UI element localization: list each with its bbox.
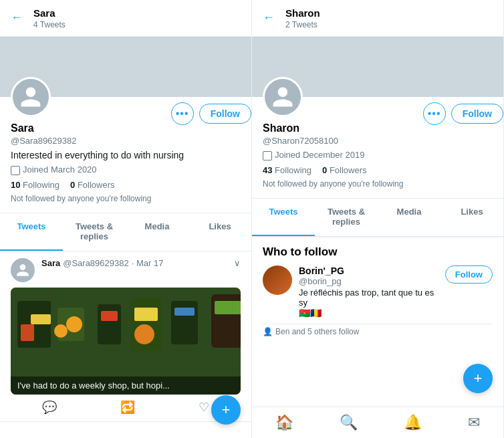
svg-rect-3 bbox=[21, 324, 34, 341]
sara-back-button[interactable]: ← bbox=[11, 11, 23, 25]
sharon-back-button[interactable]: ← bbox=[263, 11, 275, 25]
sharon-profile-actions: ••• Follow bbox=[423, 102, 503, 125]
sharon-joined: Joined December 2019 bbox=[263, 150, 493, 160]
tweet-author-name: Sara bbox=[41, 258, 60, 268]
sara-not-followed: Not followed by anyone you're following bbox=[11, 194, 241, 203]
borin-info: Borin'_PG @borin_pg Je réfléchis pas tro… bbox=[299, 265, 438, 318]
borin-name: Borin'_PG bbox=[299, 265, 438, 276]
tweet-expand-icon[interactable]: ∨ bbox=[234, 258, 241, 268]
sara-profile-section: ••• Follow Sara @Sara89629382 Interested… bbox=[0, 97, 251, 213]
sharon-avatar bbox=[263, 77, 303, 117]
sara-header-title: Sara bbox=[33, 7, 66, 20]
svg-rect-10 bbox=[134, 308, 158, 321]
reply-icon[interactable]: 💬 bbox=[42, 400, 57, 415]
svg-rect-12 bbox=[171, 301, 198, 344]
tweet-date: · Mar 17 bbox=[132, 258, 164, 268]
sara-profile-actions: ••• Follow bbox=[171, 102, 251, 125]
sara-tweet-avatar bbox=[11, 258, 35, 282]
sharon-follow-button[interactable]: Follow bbox=[451, 104, 503, 124]
notifications-nav-icon[interactable]: 🔔 bbox=[404, 414, 422, 431]
tweet-top: Sara @Sara89629382 · Mar 17 ∨ bbox=[11, 258, 241, 282]
sara-more-button[interactable]: ••• bbox=[171, 102, 194, 125]
sharon-tab-tweets[interactable]: Tweets bbox=[252, 199, 315, 236]
ben-follows: 👤 Ben and 5 others follow bbox=[263, 324, 493, 339]
like-icon[interactable]: ♡ bbox=[199, 400, 209, 415]
messages-nav-icon[interactable]: ✉ bbox=[468, 414, 480, 431]
sara-tweet-feed: Sara @Sara89629382 · Mar 17 ∨ bbox=[0, 251, 251, 439]
sharon-tab-media[interactable]: Media bbox=[378, 199, 440, 236]
sara-follow-button[interactable]: Follow bbox=[199, 104, 251, 124]
sara-panel: ← Sara 4 Tweets ••• Follow Sara @Sara896… bbox=[0, 0, 252, 438]
svg-rect-8 bbox=[101, 311, 118, 321]
sharon-calendar-icon bbox=[263, 151, 272, 160]
sharon-header: ← Sharon 2 Tweets bbox=[252, 0, 503, 37]
sara-username: @Sara89629382 bbox=[11, 136, 241, 146]
svg-rect-13 bbox=[174, 308, 195, 316]
sharon-not-followed: Not followed by anyone you're following bbox=[263, 179, 493, 189]
borin-follow-button[interactable]: Follow bbox=[445, 265, 493, 284]
sara-tab-likes[interactable]: Likes bbox=[188, 213, 251, 251]
bottom-navigation: 🏠 🔍 🔔 ✉ bbox=[252, 407, 503, 438]
svg-rect-7 bbox=[98, 304, 121, 344]
svg-point-6 bbox=[54, 324, 68, 338]
calendar-icon bbox=[11, 166, 20, 175]
sara-compose-button[interactable]: + bbox=[211, 395, 241, 425]
borin-bio: Je réfléchis pas trop, tant que tu es sy… bbox=[299, 288, 438, 318]
borin-avatar bbox=[263, 265, 292, 295]
sharon-more-button[interactable]: ••• bbox=[423, 102, 446, 125]
sara-tab-replies[interactable]: Tweets & replies bbox=[63, 213, 126, 251]
follow-suggestion: Borin'_PG @borin_pg Je réfléchis pas tro… bbox=[263, 265, 493, 318]
borin-handle: @borin_pg bbox=[299, 276, 438, 286]
sara-tab-media[interactable]: Media bbox=[126, 213, 188, 251]
flag-icons: 🇧🇫🇷🇴 bbox=[299, 308, 322, 318]
sara-avatar bbox=[11, 77, 51, 117]
sara-header: ← Sara 4 Tweets bbox=[0, 0, 251, 37]
sharon-header-title: Sharon bbox=[285, 7, 320, 20]
svg-rect-15 bbox=[215, 301, 241, 314]
sharon-stats: 43 Following 0 Followers bbox=[263, 165, 493, 175]
sharon-tab-replies[interactable]: Tweets & replies bbox=[315, 199, 378, 236]
sara-tweet-count: 4 Tweets bbox=[33, 20, 66, 29]
sharon-compose-button[interactable]: + bbox=[463, 364, 493, 393]
who-to-follow-title: Who to follow bbox=[263, 245, 493, 259]
tweet-meta: Sara @Sara89629382 · Mar 17 ∨ bbox=[41, 258, 241, 268]
sara-joined: Joined March 2020 bbox=[11, 165, 241, 175]
svg-point-5 bbox=[66, 316, 82, 332]
sara-tab-tweets[interactable]: Tweets bbox=[0, 213, 63, 251]
who-to-follow-section: Who to follow Borin'_PG @borin_pg Je réf… bbox=[252, 237, 503, 407]
svg-rect-2 bbox=[31, 314, 51, 324]
person-icon: 👤 bbox=[263, 327, 273, 336]
sharon-tab-likes[interactable]: Likes bbox=[440, 199, 503, 236]
sara-stats: 10 Following 0 Followers bbox=[11, 180, 241, 190]
tweet-author-handle: @Sara89629382 bbox=[63, 258, 129, 268]
svg-point-11 bbox=[134, 324, 154, 344]
tweet-image: I've had to do a weekly shop, but hopi..… bbox=[11, 288, 241, 395]
sharon-tabs: Tweets Tweets & replies Media Likes bbox=[252, 199, 503, 237]
sara-tabs: Tweets Tweets & replies Media Likes bbox=[0, 213, 251, 251]
sara-bio: Interested in everything to do with nurs… bbox=[11, 150, 241, 160]
sharon-profile-section: ••• Follow Sharon @Sharon72058100 Joined… bbox=[252, 97, 503, 199]
sharon-panel: ← Sharon 2 Tweets ••• Follow Sharon @Sha… bbox=[252, 0, 504, 438]
sharon-tweet-count: 2 Tweets bbox=[285, 20, 320, 29]
tweet-actions: 💬 🔁 ♡ bbox=[11, 395, 241, 415]
search-nav-icon[interactable]: 🔍 bbox=[340, 414, 358, 431]
retweet-icon[interactable]: 🔁 bbox=[120, 400, 135, 415]
tweet-image-overlay: I've had to do a weekly shop, but hopi..… bbox=[11, 376, 241, 395]
home-nav-icon[interactable]: 🏠 bbox=[275, 414, 293, 431]
sara-tweet-item: Sara @Sara89629382 · Mar 17 ∨ bbox=[0, 251, 251, 422]
sharon-username: @Sharon72058100 bbox=[263, 136, 493, 146]
